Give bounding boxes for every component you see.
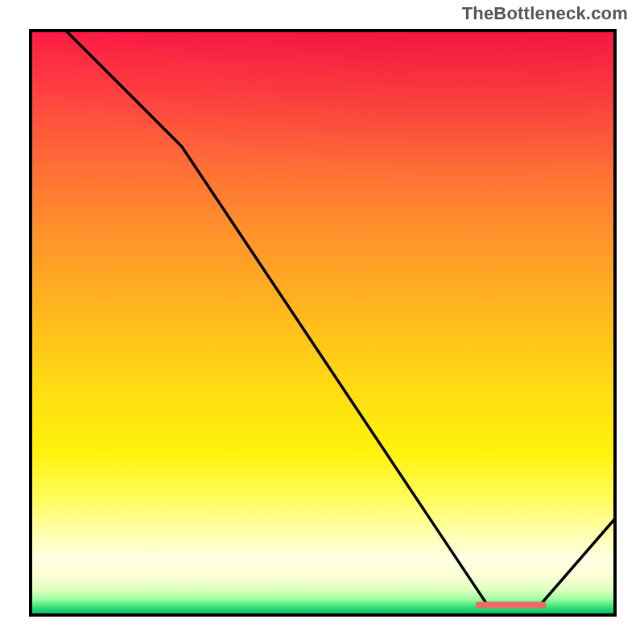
optimal-marker [476, 601, 547, 608]
data-curve [64, 29, 617, 605]
chart-container: TheBottleneck.com [0, 0, 644, 644]
watermark-text: TheBottleneck.com [462, 3, 628, 24]
plot-area [29, 29, 617, 617]
overlay-svg [29, 29, 617, 617]
